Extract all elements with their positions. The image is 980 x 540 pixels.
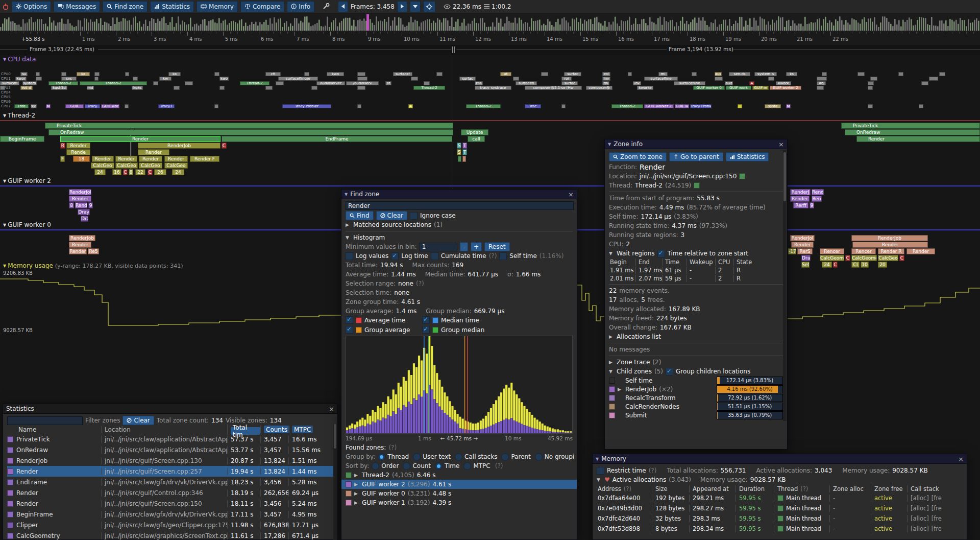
matched-source-locations[interactable]: ▶ Matched source locations (1) [346, 220, 573, 229]
timeline-zone[interactable]: composer@ [586, 86, 612, 90]
timeline-zone[interactable]: Render [60, 136, 220, 142]
guif-worker2-header[interactable]: ▼GUIF worker 2 [3, 177, 51, 184]
col-zone-alloc[interactable]: Zone alloc [829, 485, 871, 492]
timeline-zone[interactable]: Thre [14, 104, 29, 108]
timeline-zone[interactable]: rot_d [20, 86, 33, 90]
allocation-row[interactable]: 0x7dfc53d898 8 bytes 298.34 ms 59.95 s M… [597, 524, 963, 534]
found-zone-row[interactable]: ▶ GUIF worker 0 (3,231) 4.48 s [346, 489, 573, 498]
timeline-zone[interactable]: R [60, 143, 65, 149]
legend-item[interactable]: Average time [346, 316, 422, 324]
timeline-zone[interactable]: lia [77, 72, 90, 76]
timeline-zone[interactable] [276, 81, 284, 85]
timeline-zone[interactable]: inv [602, 77, 610, 81]
group-by-radio[interactable]: No groupi [535, 452, 574, 461]
timeline-zone[interactable]: system-se [22, 81, 37, 85]
timeline-zone[interactable]: Render [115, 156, 137, 162]
timeline-zone[interactable] [561, 104, 566, 108]
timeline-zone[interactable]: Thread-2 [466, 104, 501, 108]
sort-by-radio[interactable]: MTPC [463, 461, 490, 471]
timeline-zone[interactable]: at [500, 72, 511, 76]
timeline-zone[interactable]: system_s [754, 72, 777, 76]
timeline-zone[interactable]: Rerff [793, 202, 808, 208]
timeline-zone[interactable]: CalcGeome [820, 255, 844, 261]
col-thread[interactable]: Thread(?) [774, 485, 829, 492]
timeline-zone[interactable]: surfacefline [674, 81, 705, 85]
timeline-zone[interactable]: Tracy Profiler [690, 104, 712, 108]
timeline-zone[interactable]: F [60, 156, 65, 162]
timeline-zone[interactable] [0, 86, 5, 90]
timeline-zone[interactable]: kwo [219, 77, 229, 81]
timeline-zone[interactable]: CalcGeo [878, 255, 898, 261]
timeline-zone[interactable]: roi [561, 77, 572, 81]
legend-checkbox[interactable] [422, 316, 430, 324]
timeline-zone[interactable]: roi [602, 81, 609, 85]
timeline-zone[interactable] [870, 77, 877, 81]
timeline-zone[interactable]: C [148, 169, 153, 175]
timeline-zone[interactable] [411, 77, 418, 81]
sort-by-radio[interactable]: Order [372, 461, 399, 471]
memory-titlebar[interactable]: ▼ Memory × [593, 454, 967, 464]
legend-item[interactable]: Group average [346, 325, 422, 334]
found-zone-row[interactable]: ▶ GUIF worker 1 (3,192) 4.39 s [346, 498, 573, 507]
min-bin-increment[interactable]: + [471, 242, 482, 251]
timeline-zone[interactable]: Render [791, 242, 814, 248]
close-icon[interactable]: × [778, 141, 784, 148]
timeline-zone[interactable]: CalcGeo [91, 162, 114, 169]
col-counts[interactable]: Counts [264, 426, 289, 433]
statistics-row[interactable]: PrivateTick jni/../jni/src/claw/applicat… [7, 434, 333, 444]
statistics-row[interactable]: EndFrame jni/../jni/src/claw/gfx/drv/vk/… [7, 477, 333, 487]
timeline-zone[interactable] [919, 104, 923, 108]
child-zone-row[interactable]: Submit 35.63 μs (0.79%) [609, 411, 783, 419]
timeline-zone[interactable]: rol [602, 72, 610, 76]
wait-region-row[interactable]: 2.01 ms 2.07 ms 59 μs - 2 R [609, 274, 783, 283]
timeline-zone[interactable] [738, 104, 742, 108]
timeline-zone[interactable]: 22 [135, 169, 145, 175]
timeline-zone[interactable] [898, 72, 903, 76]
timeline-zone[interactable]: 20 [878, 262, 887, 268]
timeline-zone[interactable]: 9 [88, 202, 93, 208]
timeline-zone[interactable] [219, 86, 225, 90]
close-icon[interactable]: × [958, 456, 964, 462]
timeline-zone[interactable]: Rende [66, 149, 90, 155]
legend-checkbox[interactable] [422, 326, 430, 334]
timeline-zone[interactable]: kwork [776, 81, 791, 85]
timeline-zone[interactable]: 24 [822, 262, 832, 268]
timeline-zone[interactable] [817, 86, 824, 90]
timeline-zone[interactable] [458, 156, 461, 162]
timeline-zone[interactable]: md [87, 86, 94, 90]
reset-button[interactable]: Reset [484, 242, 510, 251]
timeline-zone[interactable]: Render [69, 242, 91, 248]
timeline-zone[interactable]: 10 [861, 262, 869, 268]
timeline-zone[interactable]: irq [817, 81, 826, 85]
timeline-zone[interactable]: CalcGeo [139, 162, 162, 169]
timeline-zone[interactable]: cfi [265, 72, 281, 76]
free-callstack-link[interactable]: [fre [932, 525, 942, 532]
find-button[interactable]: Find [346, 211, 374, 220]
statistics-row[interactable]: BeginFrame jni/../jni/src/claw/gfx/drv/v… [7, 509, 333, 520]
group-by-radio[interactable]: Parent [501, 452, 530, 461]
legend-item[interactable]: Group median [422, 325, 499, 334]
histogram-section-header[interactable]: ▼ Histogram [346, 233, 573, 242]
timeline-zone[interactable]: kw [159, 77, 172, 81]
timeline-zone[interactable] [817, 77, 827, 81]
child-zones-header[interactable]: ▼Child zones (5) Group children location… [609, 367, 783, 376]
timeline-zone[interactable]: surfaceflinger [278, 77, 318, 81]
zoom-to-zone-button[interactable]: Zoom to zone [609, 152, 667, 161]
timeline-zone[interactable]: Render [852, 242, 928, 248]
timeline-zone[interactable] [304, 72, 309, 76]
zone-statistics-button[interactable]: Statistics [726, 152, 769, 161]
cpu-data-header[interactable]: ▼CPU data [3, 56, 36, 63]
timeline-zone[interactable] [868, 104, 873, 108]
timeline-zone[interactable]: GUIF wor [101, 104, 119, 108]
statistics-row[interactable]: Render jni/../jni/src/guif/Screen.cpp:25… [7, 466, 333, 477]
timeline-zone[interactable] [822, 72, 827, 76]
allocations-list-header[interactable]: ▶Allocations list [609, 332, 783, 341]
zone-trace-header[interactable]: ▶Zone trace(2) [609, 358, 783, 367]
allocation-row[interactable]: 0x7dfaa64e00 192 bytes 298.21 ms 59.95 s… [597, 493, 963, 503]
timeline-zone[interactable]: RerS [797, 248, 813, 254]
timeline-zone[interactable]: Render [69, 196, 91, 202]
find-zone-histogram[interactable] [346, 336, 573, 434]
alloc-callstack-link[interactable]: [alloc] [911, 495, 929, 502]
alloc-callstack-link[interactable]: [alloc] [911, 505, 929, 512]
restrict-time-checkbox[interactable] [597, 467, 604, 475]
